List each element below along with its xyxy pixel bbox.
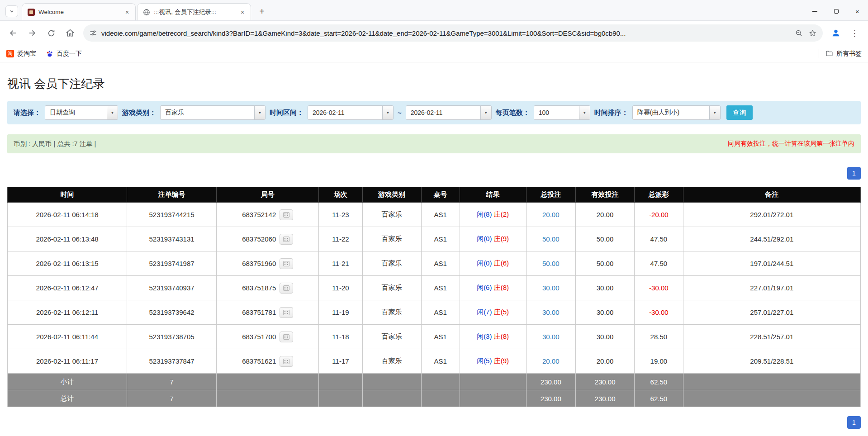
cell-round: 683751875	[217, 276, 319, 300]
roadmap-icon[interactable]	[280, 283, 293, 294]
tab-betrecord[interactable]: :::视讯, 会员下注纪录::: ×	[137, 3, 251, 20]
cell-bet-id: 523193737847	[127, 349, 217, 374]
date-start-input[interactable]: 2026-02-11 ▼	[308, 105, 394, 120]
cell-note: 209.51/228.51	[683, 349, 860, 374]
player-result: 闲(0)	[477, 235, 492, 242]
taobao-icon: 淘	[6, 50, 14, 57]
roadmap-icon[interactable]	[280, 307, 293, 318]
minimize-button[interactable]	[804, 3, 825, 20]
date-end-input[interactable]: 2026-02-11 ▼	[406, 105, 492, 120]
baidu-icon	[46, 50, 53, 57]
close-button[interactable]: ×	[847, 3, 868, 20]
reload-icon	[47, 29, 56, 38]
header-bet-id: 注单编号	[127, 187, 217, 203]
info-bar: 币别 : 人民币 | 总共 :7 注单 | 同局有效投注，统一计算在该局第一张注…	[7, 134, 861, 153]
maximize-button[interactable]	[825, 3, 847, 20]
header-session: 场次	[319, 187, 362, 203]
bookmark-baidu[interactable]: 百度一下	[46, 50, 82, 58]
site-info-icon[interactable]	[90, 29, 97, 37]
header-note: 备注	[683, 187, 860, 203]
tab-close-icon[interactable]: ×	[238, 8, 247, 17]
cell-game: 百家乐	[362, 227, 421, 251]
player-result: 闲(8)	[477, 210, 492, 218]
cell-valid-bet: 50.00	[575, 251, 634, 276]
page-number-button[interactable]: 1	[847, 416, 861, 429]
sort-order-dropdown[interactable]: 降幂(由大到小) ▼	[632, 105, 721, 120]
player-result: 闲(5)	[477, 357, 492, 365]
cell-note: 197.01/244.51	[683, 251, 860, 276]
cell-valid-bet: 20.00	[575, 203, 634, 227]
player-result: 闲(7)	[477, 308, 492, 316]
cell-result: 闲(8) 庄(2)	[460, 203, 526, 227]
subtotal-valid-bet: 230.00	[575, 374, 634, 390]
page-number-button[interactable]: 1	[847, 167, 861, 180]
cell-session: 11-18	[319, 325, 362, 349]
bookmark-star-icon[interactable]	[809, 29, 816, 37]
tab-close-icon[interactable]: ×	[123, 8, 132, 17]
currency-summary-text: 币别 : 人民币 | 总共 :7 注单 |	[14, 140, 96, 148]
menu-icon[interactable]: ⋮	[846, 24, 863, 42]
search-button[interactable]: 查询	[726, 105, 753, 120]
banker-result: 庄(5)	[494, 308, 509, 316]
bookmarks-divider	[819, 49, 819, 58]
banker-result: 庄(9)	[494, 235, 509, 242]
zoom-icon[interactable]	[795, 29, 802, 37]
cell-round: 683752142	[217, 203, 319, 227]
all-bookmarks-button[interactable]: 所有书签	[825, 50, 862, 58]
roadmap-icon[interactable]	[280, 332, 293, 342]
cell-note: 227.01/197.01	[683, 276, 860, 300]
cell-total-bet: 30.00	[526, 300, 575, 325]
subtotal-payout: 62.50	[635, 374, 683, 390]
grand-total-valid-bet: 230.00	[575, 390, 634, 407]
cell-time: 2026-02-11 06:12:47	[8, 276, 127, 300]
chevron-down-icon: ▼	[254, 106, 265, 119]
bet-records-table: 时间 注单编号 局号 场次 游戏类别 桌号 结果 总投注 有效投注 总派彩 备注…	[7, 187, 861, 407]
subtotal-row: 小计 7 230.00 230.00 62.50	[8, 374, 861, 390]
range-separator: ~	[398, 109, 402, 117]
roadmap-icon[interactable]	[280, 209, 293, 220]
cell-valid-bet: 30.00	[575, 300, 634, 325]
bookmark-aitaobao[interactable]: 淘 爱淘宝	[6, 50, 36, 58]
table-body: 2026-02-11 06:14:18 523193744215 6837521…	[8, 203, 861, 374]
tab-search-chevron[interactable]	[5, 5, 18, 17]
filter-label-range: 时间区间：	[270, 109, 304, 117]
grand-total-row: 总计 7 230.00 230.00 62.50	[8, 390, 861, 407]
header-total-bet: 总投注	[526, 187, 575, 203]
cell-result: 闲(0) 庄(9)	[460, 227, 526, 251]
banker-result: 庄(8)	[494, 332, 509, 340]
round-number: 683751875	[242, 284, 276, 292]
header-table: 桌号	[421, 187, 460, 203]
cell-total-bet: 20.00	[526, 349, 575, 374]
per-page-dropdown[interactable]: 100 ▼	[534, 105, 590, 120]
roadmap-icon[interactable]	[280, 234, 293, 245]
cell-valid-bet: 30.00	[575, 325, 634, 349]
roadmap-icon[interactable]	[280, 258, 293, 269]
cell-bet-id: 523193743131	[127, 227, 217, 251]
folder-icon	[825, 50, 833, 57]
back-button[interactable]	[5, 24, 22, 42]
cell-note: 257.01/227.01	[683, 300, 860, 325]
profile-avatar[interactable]	[827, 24, 844, 42]
address-bar[interactable]: videoie.com/game/betrecord_search/kind3?…	[83, 24, 823, 42]
reload-button[interactable]	[43, 24, 60, 42]
game-type-dropdown[interactable]: 百家乐 ▼	[160, 105, 266, 120]
cell-game: 百家乐	[362, 300, 421, 325]
tab-strip: Welcome × :::视讯, 会员下注纪录::: × + ×	[0, 0, 868, 21]
filter-bar: 请选择： 日期查询 ▼ 游戏类别： 百家乐 ▼ 时间区间： 2026-02-11…	[7, 101, 861, 124]
header-round: 局号	[217, 187, 319, 203]
cell-table: AS1	[421, 227, 460, 251]
home-button[interactable]	[62, 24, 79, 42]
cell-result: 闲(3) 庄(8)	[460, 325, 526, 349]
forward-button[interactable]	[24, 24, 41, 42]
tab-welcome[interactable]: Welcome ×	[22, 3, 136, 20]
query-type-dropdown[interactable]: 日期查询 ▼	[45, 105, 118, 120]
banker-result: 庄(8)	[494, 284, 509, 291]
chevron-down-icon: ▼	[579, 106, 590, 119]
cell-round: 683751781	[217, 300, 319, 325]
cell-note: 292.01/272.01	[683, 203, 860, 227]
cell-session: 11-20	[319, 276, 362, 300]
round-number: 683751781	[242, 308, 276, 316]
new-tab-button[interactable]: +	[255, 5, 269, 18]
subtotal-label: 小计	[8, 374, 127, 390]
roadmap-icon[interactable]	[280, 356, 293, 367]
